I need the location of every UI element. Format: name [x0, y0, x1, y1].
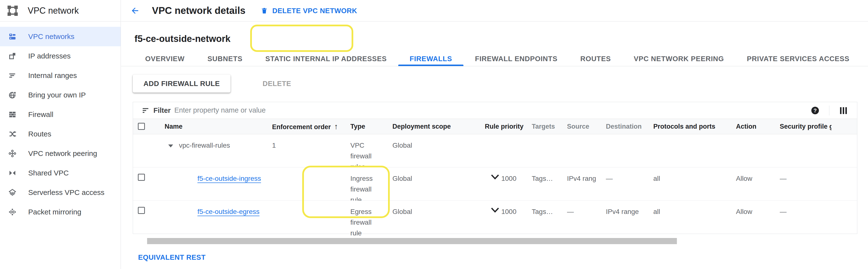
table-row-vpc-firewall-rules: vpc-firewall-rules 1 VPC firewall rules … — [133, 134, 857, 167]
sort-ascending-icon: ↑ — [334, 122, 338, 131]
table-row-f5-ce-outside-egress: f5-ce-outside-egress Egress firewall rul… — [133, 200, 857, 234]
sidebar-item-label: Packet mirroring — [28, 208, 81, 216]
firewall-icon — [8, 110, 17, 119]
column-display-options-icon[interactable] — [840, 107, 847, 114]
globe-icon — [8, 91, 17, 99]
firewall-rule-link-egress[interactable]: f5-ce-outside-egress — [197, 208, 259, 215]
cell-deployment-scope: Global — [393, 134, 465, 151]
internal-ranges-icon — [8, 72, 17, 80]
sidebar-item-label: Bring your own IP — [28, 91, 86, 99]
vpc-networks-icon — [8, 32, 17, 41]
column-header-security-profile-groups[interactable]: Security profile groups — [780, 119, 832, 134]
row-checkbox[interactable] — [138, 207, 145, 214]
shared-vpc-icon — [8, 169, 17, 177]
serverless-vpc-icon — [8, 188, 17, 197]
trash-icon — [261, 6, 268, 15]
collapse-group-icon[interactable] — [168, 144, 173, 147]
cell-security-profile-groups: — — [780, 167, 832, 184]
tab-static-internal-ip-addresses[interactable]: STATIC INTERNAL IP ADDRESSES — [254, 51, 398, 66]
cell-deployment-scope: Global — [393, 200, 465, 217]
cell-deployment-scope: Global — [393, 167, 465, 184]
filter-icon[interactable] — [142, 107, 149, 114]
delete-vpc-network-button[interactable]: DELETE VPC NETWORK — [261, 0, 357, 22]
sidebar-item-bring-your-own-ip[interactable]: Bring your own IP — [0, 85, 121, 105]
main-content: VPC network details DELETE VPC NETWORK f… — [121, 0, 868, 269]
filter-label: Filter — [153, 102, 171, 119]
sidebar-item-firewall[interactable]: Firewall — [0, 105, 121, 124]
sidebar-item-label: Serverless VPC access — [28, 188, 104, 197]
delete-button-disabled: DELETE — [262, 75, 291, 92]
column-header-source[interactable]: Source — [567, 119, 596, 134]
column-header-rule-priority[interactable]: Rule priority — [485, 119, 517, 134]
column-header-destination[interactable]: Destination — [606, 119, 651, 134]
equivalent-rest-link[interactable]: EQUIVALENT REST — [138, 253, 206, 262]
select-all-checkbox[interactable] — [138, 123, 145, 130]
filter-input[interactable] — [174, 102, 539, 118]
sidebar-item-label: Firewall — [28, 110, 53, 119]
filter-toolbar: Filter ? — [133, 102, 857, 119]
table-row-f5-ce-outside-ingress: f5-ce-outside-ingress Ingress firewall r… — [133, 167, 857, 200]
ip-addresses-icon — [8, 52, 17, 60]
back-arrow-icon[interactable] — [130, 6, 140, 15]
cell-action: Allow — [736, 200, 777, 217]
table-header-row: Name Enforcement order↑ Type Deployment … — [133, 119, 857, 134]
tab-overview[interactable]: OVERVIEW — [134, 51, 196, 66]
column-header-action[interactable]: Action — [736, 119, 777, 134]
cell-source: — — [567, 200, 596, 217]
cell-action: Allow — [736, 167, 777, 184]
tab-routes[interactable]: ROUTES — [569, 51, 622, 66]
column-header-protocols-and-ports[interactable]: Protocols and ports — [653, 119, 731, 134]
page-title: VPC network details — [152, 0, 246, 21]
row-checkbox[interactable] — [138, 174, 145, 181]
cell-enforcement-order: 1 — [272, 134, 345, 151]
routes-icon — [8, 130, 17, 138]
help-icon[interactable]: ? — [811, 107, 819, 114]
sidebar-nav: VPC networks IP addresses Internal range… — [0, 27, 121, 222]
vpc-network-logo-icon — [7, 5, 19, 17]
sidebar-item-ip-addresses[interactable]: IP addresses — [0, 46, 121, 66]
cell-security-profile-groups: — — [780, 200, 832, 217]
column-header-deployment-scope[interactable]: Deployment scope — [393, 119, 465, 134]
sidebar-item-vpc-networks[interactable]: VPC networks — [0, 27, 121, 46]
group-name: vpc-firewall-rules — [179, 141, 230, 149]
tab-vpc-network-peering[interactable]: VPC NETWORK PEERING — [622, 51, 735, 66]
cell-rule-priority: 1000 — [485, 200, 517, 217]
add-firewall-rule-button[interactable]: ADD FIREWALL RULE — [133, 75, 230, 92]
chevron-down-icon[interactable] — [491, 207, 499, 213]
sidebar-item-label: VPC network peering — [28, 150, 97, 158]
delete-vpc-network-label: DELETE VPC NETWORK — [272, 7, 357, 15]
firewall-rule-link-ingress[interactable]: f5-ce-outside-ingress — [197, 175, 261, 182]
page-header: VPC network details DELETE VPC NETWORK — [121, 0, 868, 22]
sidebar-header: VPC network — [0, 0, 121, 22]
cell-targets: Tags… — [532, 167, 563, 184]
cell-destination: — — [606, 167, 651, 184]
cell-protocols-and-ports: all — [653, 167, 731, 184]
cell-type: Egress firewall rule — [350, 200, 381, 239]
tab-firewalls[interactable]: FIREWALLS — [398, 51, 464, 66]
tab-subnets[interactable]: SUBNETS — [196, 51, 254, 66]
sidebar-item-label: Internal ranges — [28, 72, 77, 80]
sidebar-item-vpc-network-peering[interactable]: VPC network peering — [0, 144, 121, 163]
cell-protocols-and-ports: all — [653, 200, 731, 217]
sidebar-item-label: Shared VPC — [28, 169, 69, 177]
sidebar-item-shared-vpc[interactable]: Shared VPC — [0, 163, 121, 183]
tab-private-services-access[interactable]: PRIVATE SERVICES ACCESS — [736, 51, 861, 66]
firewall-rules-table: Filter ? Name Enforcement order↑ Type De… — [133, 102, 857, 234]
column-header-enforcement-order[interactable]: Enforcement order↑ — [272, 119, 345, 135]
tab-firewall-endpoints[interactable]: FIREWALL ENDPOINTS — [463, 51, 569, 66]
column-header-targets[interactable]: Targets — [532, 119, 563, 134]
horizontal-scrollbar-thumb[interactable] — [147, 238, 677, 244]
sidebar-item-routes[interactable]: Routes — [0, 124, 121, 144]
sidebar-item-serverless-vpc-access[interactable]: Serverless VPC access — [0, 183, 121, 202]
annotation-highlight-network-name — [250, 25, 353, 52]
cell-type: VPC firewall rules — [350, 134, 381, 172]
cell-type: Ingress firewall rule — [350, 167, 381, 206]
sidebar-item-internal-ranges[interactable]: Internal ranges — [0, 66, 121, 85]
sidebar: VPC network VPC networks IP addresses In… — [0, 0, 121, 269]
chevron-down-icon[interactable] — [491, 174, 499, 180]
column-header-type[interactable]: Type — [350, 119, 381, 134]
sidebar-item-packet-mirroring[interactable]: Packet mirroring — [0, 202, 121, 222]
product-title: VPC network — [28, 6, 79, 16]
cell-destination: IPv4 range — [606, 200, 651, 217]
column-header-name[interactable]: Name — [165, 119, 272, 134]
